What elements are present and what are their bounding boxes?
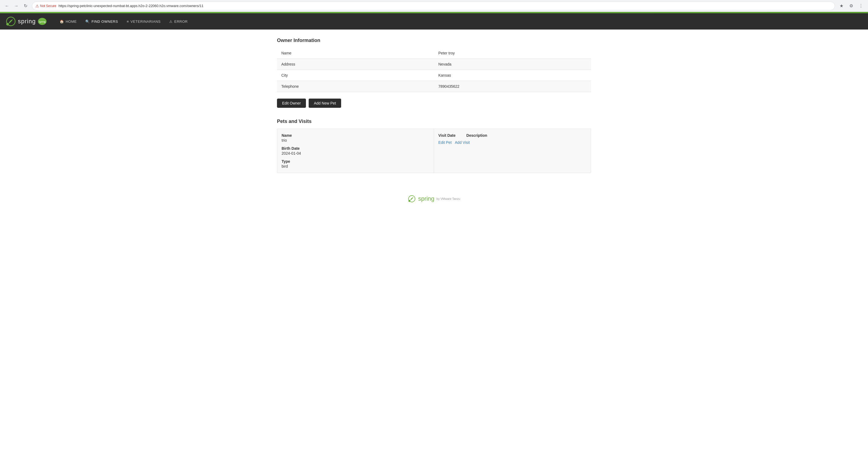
- nav-veterinarians[interactable]: ≡ VETERINARIANS: [122, 13, 165, 30]
- nav-links: 🏠 HOME 🔍 FIND OWNERS ≡ VETERINARIANS ⚠ E…: [55, 13, 192, 30]
- nav-error-label: ERROR: [174, 20, 188, 24]
- pet-name-label: Name: [282, 133, 429, 137]
- spring-badge-icon: spring: [37, 17, 47, 26]
- home-icon: 🏠: [60, 20, 64, 24]
- address-bar[interactable]: ⚠ Not Secure https://spring-petclinic-un…: [32, 2, 835, 10]
- pet-actions: Edit Pet Add Visit: [438, 140, 586, 145]
- edit-owner-button[interactable]: Edit Owner: [277, 99, 306, 108]
- browser-nav: ← → ↻: [3, 2, 29, 10]
- name-value: Peter troy: [434, 48, 591, 59]
- list-icon: ≡: [127, 20, 129, 24]
- nav-error[interactable]: ⚠ ERROR: [165, 13, 192, 30]
- owner-info-title: Owner Information: [277, 38, 591, 43]
- footer-spring-icon: [408, 195, 416, 203]
- footer-logo: spring by VMware Tanzu: [408, 195, 460, 203]
- back-button[interactable]: ←: [3, 2, 11, 10]
- pet-birthdate-item: Birth Date 2024-01-04: [282, 146, 429, 155]
- svg-point-5: [408, 200, 410, 202]
- pet-row: Name trio Birth Date 2024-01-04 Type bir…: [277, 129, 591, 173]
- pet-birthdate-value: 2024-01-04: [282, 151, 429, 155]
- table-row: Address Nevada: [277, 59, 591, 70]
- not-secure-label: Not Secure: [40, 4, 56, 8]
- nav-find-owners-label: FIND OWNERS: [92, 20, 118, 24]
- main-navbar: spring spring 🏠 HOME 🔍 FIND OWNERS ≡ VET…: [0, 13, 868, 30]
- visit-description-header: Description: [466, 133, 487, 137]
- forward-button[interactable]: →: [12, 2, 20, 10]
- edit-pet-link[interactable]: Edit Pet: [438, 140, 452, 145]
- nav-veterinarians-label: VETERINARIANS: [130, 20, 160, 24]
- svg-point-1: [6, 23, 9, 26]
- city-value: Kansas: [434, 70, 591, 81]
- pet-name-item: Name trio: [282, 133, 429, 143]
- address-value: Nevada: [434, 59, 591, 70]
- name-label: Name: [277, 48, 434, 59]
- nav-home-label: HOME: [65, 20, 76, 24]
- main-content: Owner Information Name Peter troy Addres…: [272, 38, 596, 173]
- brand-name: spring: [18, 18, 36, 25]
- pets-visits-title: Pets and Visits: [277, 119, 591, 124]
- svg-text:spring: spring: [39, 21, 45, 23]
- visit-date-header: Visit Date: [438, 133, 456, 137]
- extensions-button[interactable]: ⚙: [847, 2, 855, 10]
- action-buttons: Edit Owner Add New Pet: [277, 99, 591, 108]
- menu-button[interactable]: ⋮: [857, 2, 865, 10]
- city-label: City: [277, 70, 434, 81]
- footer-brand-name: spring: [418, 195, 434, 202]
- browser-actions: ★ ⚙ ⋮: [838, 2, 865, 10]
- nav-find-owners[interactable]: 🔍 FIND OWNERS: [81, 13, 122, 30]
- browser-chrome: ← → ↻ ⚠ Not Secure https://spring-petcli…: [0, 0, 868, 12]
- pet-birthdate-label: Birth Date: [282, 146, 429, 151]
- brand-logo[interactable]: spring spring: [5, 16, 47, 27]
- not-secure-icon: ⚠: [35, 4, 39, 8]
- pets-section: Pets and Visits Name trio Birth Date 202…: [277, 119, 591, 173]
- pet-type-label: Type: [282, 159, 429, 163]
- owner-info-table: Name Peter troy Address Nevada City Kans…: [277, 48, 591, 92]
- telephone-value: 7890435622: [434, 81, 591, 92]
- pet-name-value: trio: [282, 138, 429, 143]
- table-row: Name Peter troy: [277, 48, 591, 59]
- search-icon: 🔍: [85, 20, 90, 24]
- add-new-pet-button[interactable]: Add New Pet: [309, 99, 341, 108]
- spring-leaf-icon: [5, 16, 16, 27]
- url-display: https://spring-petclinic-unexpected-numb…: [59, 4, 203, 8]
- bookmark-button[interactable]: ★: [838, 2, 845, 10]
- not-secure-indicator: ⚠ Not Secure: [35, 4, 56, 8]
- address-label: Address: [277, 59, 434, 70]
- pet-type-value: bird: [282, 164, 429, 168]
- add-visit-link[interactable]: Add Visit: [455, 140, 470, 145]
- footer: spring by VMware Tanzu: [0, 184, 868, 214]
- warning-icon: ⚠: [169, 20, 173, 24]
- pet-type-item: Type bird: [282, 159, 429, 168]
- nav-home[interactable]: 🏠 HOME: [55, 13, 81, 30]
- pets-table-container: Name trio Birth Date 2024-01-04 Type bir…: [277, 129, 591, 173]
- visits-header: Visit Date Description: [438, 133, 586, 137]
- reload-button[interactable]: ↻: [22, 2, 29, 10]
- footer-tagline: by VMware Tanzu: [436, 197, 460, 201]
- telephone-label: Telephone: [277, 81, 434, 92]
- table-row: City Kansas: [277, 70, 591, 81]
- pet-visits: Visit Date Description Edit Pet Add Visi…: [434, 129, 591, 173]
- pet-info: Name trio Birth Date 2024-01-04 Type bir…: [277, 129, 434, 173]
- table-row: Telephone 7890435622: [277, 81, 591, 92]
